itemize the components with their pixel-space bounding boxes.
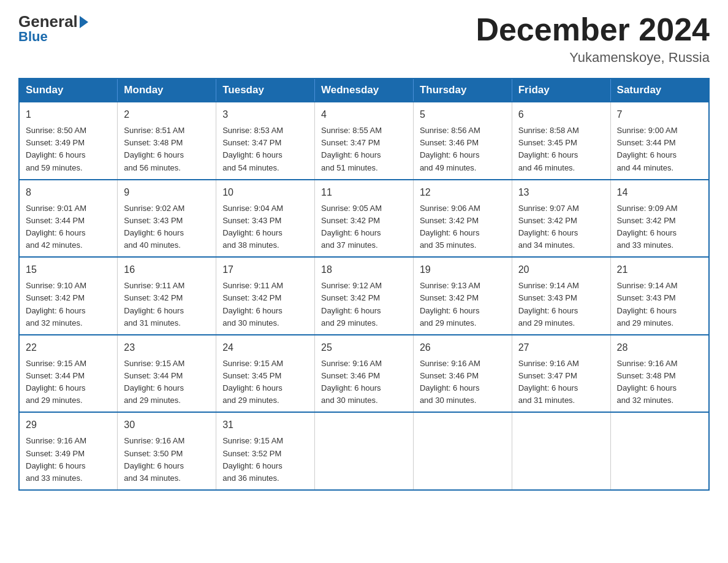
calendar-day-cell: 2Sunrise: 8:51 AMSunset: 3:48 PMDaylight… — [118, 102, 216, 180]
day-info: Sunrise: 9:15 AMSunset: 3:44 PMDaylight:… — [124, 358, 210, 407]
day-info: Sunrise: 9:05 AMSunset: 3:42 PMDaylight:… — [321, 202, 407, 252]
day-number: 7 — [617, 107, 702, 122]
calendar-day-cell: 15Sunrise: 9:10 AMSunset: 3:42 PMDayligh… — [19, 257, 118, 335]
day-number: 29 — [26, 418, 111, 432]
day-number: 14 — [617, 185, 702, 200]
day-info: Sunrise: 9:01 AMSunset: 3:44 PMDaylight:… — [26, 202, 111, 252]
calendar-day-cell: 19Sunrise: 9:13 AMSunset: 3:42 PMDayligh… — [413, 257, 512, 335]
calendar-day-cell: 12Sunrise: 9:06 AMSunset: 3:42 PMDayligh… — [413, 180, 512, 258]
calendar-day-cell: 13Sunrise: 9:07 AMSunset: 3:42 PMDayligh… — [512, 180, 610, 258]
day-number: 2 — [124, 107, 210, 122]
header-thursday: Thursday — [413, 79, 512, 102]
header-wednesday: Wednesday — [315, 79, 414, 102]
day-number: 26 — [420, 340, 506, 355]
day-info: Sunrise: 9:16 AMSunset: 3:49 PMDaylight:… — [26, 435, 111, 484]
day-number: 4 — [321, 107, 407, 122]
day-info: Sunrise: 9:15 AMSunset: 3:45 PMDaylight:… — [222, 358, 308, 407]
calendar-day-cell: 21Sunrise: 9:14 AMSunset: 3:43 PMDayligh… — [610, 257, 709, 335]
day-info: Sunrise: 8:51 AMSunset: 3:48 PMDaylight:… — [124, 124, 210, 174]
day-info: Sunrise: 9:14 AMSunset: 3:43 PMDaylight:… — [518, 280, 604, 329]
day-info: Sunrise: 9:13 AMSunset: 3:42 PMDaylight:… — [420, 280, 506, 329]
day-info: Sunrise: 9:00 AMSunset: 3:44 PMDaylight:… — [617, 124, 702, 174]
calendar-day-cell: 14Sunrise: 9:09 AMSunset: 3:42 PMDayligh… — [610, 180, 709, 258]
calendar-day-cell: 16Sunrise: 9:11 AMSunset: 3:42 PMDayligh… — [118, 257, 216, 335]
day-number: 9 — [124, 185, 210, 200]
day-number: 3 — [222, 107, 308, 122]
day-number: 6 — [518, 107, 604, 122]
day-number: 22 — [26, 340, 111, 355]
calendar-header-row: SundayMondayTuesdayWednesdayThursdayFrid… — [19, 79, 709, 102]
calendar-day-cell: 9Sunrise: 9:02 AMSunset: 3:43 PMDaylight… — [118, 180, 216, 258]
day-info: Sunrise: 8:58 AMSunset: 3:45 PMDaylight:… — [518, 124, 604, 174]
logo: General ► Blue — [18, 12, 89, 45]
day-info: Sunrise: 8:53 AMSunset: 3:47 PMDaylight:… — [222, 124, 308, 174]
day-info: Sunrise: 8:50 AMSunset: 3:49 PMDaylight:… — [26, 124, 111, 174]
calendar-day-cell: 17Sunrise: 9:11 AMSunset: 3:42 PMDayligh… — [216, 257, 315, 335]
calendar-day-cell: 10Sunrise: 9:04 AMSunset: 3:43 PMDayligh… — [216, 180, 315, 258]
day-number: 10 — [222, 185, 308, 200]
calendar-day-cell — [315, 412, 414, 490]
day-number: 19 — [420, 262, 506, 277]
logo-arrow-icon — [80, 16, 88, 28]
calendar-day-cell — [413, 412, 512, 490]
calendar-day-cell: 27Sunrise: 9:16 AMSunset: 3:47 PMDayligh… — [512, 335, 610, 413]
day-number: 30 — [124, 418, 210, 432]
calendar-day-cell: 24Sunrise: 9:15 AMSunset: 3:45 PMDayligh… — [216, 335, 315, 413]
day-number: 24 — [222, 340, 308, 355]
calendar-day-cell — [610, 412, 709, 490]
calendar-day-cell: 8Sunrise: 9:01 AMSunset: 3:44 PMDaylight… — [19, 180, 118, 258]
calendar-day-cell: 7Sunrise: 9:00 AMSunset: 3:44 PMDaylight… — [610, 102, 709, 180]
day-info: Sunrise: 9:15 AMSunset: 3:44 PMDaylight:… — [26, 358, 111, 407]
calendar-day-cell: 25Sunrise: 9:16 AMSunset: 3:46 PMDayligh… — [315, 335, 414, 413]
calendar-week-row: 15Sunrise: 9:10 AMSunset: 3:42 PMDayligh… — [19, 257, 709, 335]
calendar-day-cell — [512, 412, 610, 490]
day-info: Sunrise: 9:06 AMSunset: 3:42 PMDaylight:… — [420, 202, 506, 252]
day-info: Sunrise: 9:11 AMSunset: 3:42 PMDaylight:… — [222, 280, 308, 329]
header-tuesday: Tuesday — [216, 79, 315, 102]
calendar-day-cell: 18Sunrise: 9:12 AMSunset: 3:42 PMDayligh… — [315, 257, 414, 335]
page-header: General ► Blue December 2024 Yukamenskoy… — [18, 12, 710, 66]
calendar-day-cell: 1Sunrise: 8:50 AMSunset: 3:49 PMDaylight… — [19, 102, 118, 180]
day-number: 5 — [420, 107, 506, 122]
day-number: 11 — [321, 185, 407, 200]
day-number: 23 — [124, 340, 210, 355]
day-info: Sunrise: 9:04 AMSunset: 3:43 PMDaylight:… — [222, 202, 308, 252]
day-info: Sunrise: 9:16 AMSunset: 3:46 PMDaylight:… — [420, 358, 506, 407]
calendar-week-row: 8Sunrise: 9:01 AMSunset: 3:44 PMDaylight… — [19, 180, 709, 258]
calendar-title: December 2024 — [476, 12, 710, 47]
calendar-day-cell: 6Sunrise: 8:58 AMSunset: 3:45 PMDaylight… — [512, 102, 610, 180]
calendar-day-cell: 4Sunrise: 8:55 AMSunset: 3:47 PMDaylight… — [315, 102, 414, 180]
day-info: Sunrise: 9:02 AMSunset: 3:43 PMDaylight:… — [124, 202, 210, 252]
header-sunday: Sunday — [19, 79, 118, 102]
calendar-day-cell: 20Sunrise: 9:14 AMSunset: 3:43 PMDayligh… — [512, 257, 610, 335]
day-number: 13 — [518, 185, 604, 200]
day-info: Sunrise: 9:14 AMSunset: 3:43 PMDaylight:… — [617, 280, 702, 329]
day-info: Sunrise: 9:16 AMSunset: 3:50 PMDaylight:… — [124, 435, 210, 484]
calendar-week-row: 22Sunrise: 9:15 AMSunset: 3:44 PMDayligh… — [19, 335, 709, 413]
header-saturday: Saturday — [610, 79, 709, 102]
day-info: Sunrise: 9:12 AMSunset: 3:42 PMDaylight:… — [321, 280, 407, 329]
title-block: December 2024 Yukamenskoye, Russia — [476, 12, 710, 66]
logo-sub-text: Blue — [18, 29, 48, 45]
calendar-day-cell: 28Sunrise: 9:16 AMSunset: 3:48 PMDayligh… — [610, 335, 709, 413]
day-number: 20 — [518, 262, 604, 277]
day-info: Sunrise: 9:16 AMSunset: 3:46 PMDaylight:… — [321, 358, 407, 407]
calendar-subtitle: Yukamenskoye, Russia — [476, 50, 710, 66]
header-monday: Monday — [118, 79, 216, 102]
calendar-day-cell: 3Sunrise: 8:53 AMSunset: 3:47 PMDaylight… — [216, 102, 315, 180]
day-number: 31 — [222, 418, 308, 432]
day-info: Sunrise: 9:16 AMSunset: 3:47 PMDaylight:… — [518, 358, 604, 407]
calendar-week-row: 1Sunrise: 8:50 AMSunset: 3:49 PMDaylight… — [19, 102, 709, 180]
day-number: 27 — [518, 340, 604, 355]
calendar-day-cell: 30Sunrise: 9:16 AMSunset: 3:50 PMDayligh… — [118, 412, 216, 490]
calendar-day-cell: 22Sunrise: 9:15 AMSunset: 3:44 PMDayligh… — [19, 335, 118, 413]
day-number: 12 — [420, 185, 506, 200]
day-number: 8 — [26, 185, 111, 200]
day-number: 21 — [617, 262, 702, 277]
day-number: 15 — [26, 262, 111, 277]
day-number: 28 — [617, 340, 702, 355]
calendar-day-cell: 5Sunrise: 8:56 AMSunset: 3:46 PMDaylight… — [413, 102, 512, 180]
day-info: Sunrise: 9:11 AMSunset: 3:42 PMDaylight:… — [124, 280, 210, 329]
day-number: 18 — [321, 262, 407, 277]
calendar-day-cell: 11Sunrise: 9:05 AMSunset: 3:42 PMDayligh… — [315, 180, 414, 258]
